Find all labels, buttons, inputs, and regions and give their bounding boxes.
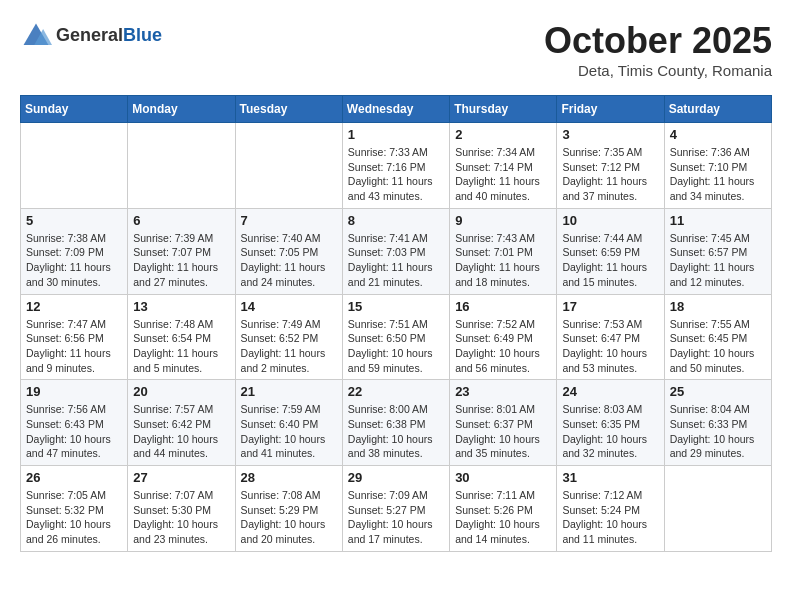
day-info: Sunrise: 7:53 AM Sunset: 6:47 PM Dayligh… bbox=[562, 317, 658, 376]
calendar-table: SundayMondayTuesdayWednesdayThursdayFrid… bbox=[20, 95, 772, 552]
day-info: Sunrise: 8:01 AM Sunset: 6:37 PM Dayligh… bbox=[455, 402, 551, 461]
day-number: 31 bbox=[562, 470, 658, 485]
day-info: Sunrise: 8:03 AM Sunset: 6:35 PM Dayligh… bbox=[562, 402, 658, 461]
day-number: 20 bbox=[133, 384, 229, 399]
calendar-cell: 4Sunrise: 7:36 AM Sunset: 7:10 PM Daylig… bbox=[664, 123, 771, 209]
day-info: Sunrise: 7:05 AM Sunset: 5:32 PM Dayligh… bbox=[26, 488, 122, 547]
day-number: 14 bbox=[241, 299, 337, 314]
calendar-cell: 3Sunrise: 7:35 AM Sunset: 7:12 PM Daylig… bbox=[557, 123, 664, 209]
title-block: October 2025 Deta, Timis County, Romania bbox=[544, 20, 772, 79]
day-info: Sunrise: 7:39 AM Sunset: 7:07 PM Dayligh… bbox=[133, 231, 229, 290]
day-number: 26 bbox=[26, 470, 122, 485]
day-info: Sunrise: 7:55 AM Sunset: 6:45 PM Dayligh… bbox=[670, 317, 766, 376]
logo-text-blue: Blue bbox=[123, 25, 162, 45]
calendar-cell: 20Sunrise: 7:57 AM Sunset: 6:42 PM Dayli… bbox=[128, 380, 235, 466]
day-number: 28 bbox=[241, 470, 337, 485]
day-info: Sunrise: 7:41 AM Sunset: 7:03 PM Dayligh… bbox=[348, 231, 444, 290]
day-number: 27 bbox=[133, 470, 229, 485]
calendar-cell: 29Sunrise: 7:09 AM Sunset: 5:27 PM Dayli… bbox=[342, 466, 449, 552]
day-info: Sunrise: 7:57 AM Sunset: 6:42 PM Dayligh… bbox=[133, 402, 229, 461]
day-number: 15 bbox=[348, 299, 444, 314]
day-number: 13 bbox=[133, 299, 229, 314]
calendar-cell: 6Sunrise: 7:39 AM Sunset: 7:07 PM Daylig… bbox=[128, 208, 235, 294]
calendar-cell: 8Sunrise: 7:41 AM Sunset: 7:03 PM Daylig… bbox=[342, 208, 449, 294]
page-header: GeneralBlue October 2025 Deta, Timis Cou… bbox=[20, 20, 772, 79]
day-number: 22 bbox=[348, 384, 444, 399]
calendar-cell bbox=[664, 466, 771, 552]
logo: GeneralBlue bbox=[20, 20, 162, 52]
calendar-cell: 31Sunrise: 7:12 AM Sunset: 5:24 PM Dayli… bbox=[557, 466, 664, 552]
calendar-cell: 24Sunrise: 8:03 AM Sunset: 6:35 PM Dayli… bbox=[557, 380, 664, 466]
calendar-cell bbox=[21, 123, 128, 209]
day-number: 16 bbox=[455, 299, 551, 314]
day-info: Sunrise: 7:36 AM Sunset: 7:10 PM Dayligh… bbox=[670, 145, 766, 204]
day-number: 10 bbox=[562, 213, 658, 228]
calendar-cell: 26Sunrise: 7:05 AM Sunset: 5:32 PM Dayli… bbox=[21, 466, 128, 552]
day-number: 2 bbox=[455, 127, 551, 142]
day-number: 29 bbox=[348, 470, 444, 485]
day-info: Sunrise: 7:49 AM Sunset: 6:52 PM Dayligh… bbox=[241, 317, 337, 376]
calendar-cell: 14Sunrise: 7:49 AM Sunset: 6:52 PM Dayli… bbox=[235, 294, 342, 380]
calendar-cell: 11Sunrise: 7:45 AM Sunset: 6:57 PM Dayli… bbox=[664, 208, 771, 294]
calendar-cell: 10Sunrise: 7:44 AM Sunset: 6:59 PM Dayli… bbox=[557, 208, 664, 294]
day-info: Sunrise: 7:38 AM Sunset: 7:09 PM Dayligh… bbox=[26, 231, 122, 290]
day-info: Sunrise: 7:09 AM Sunset: 5:27 PM Dayligh… bbox=[348, 488, 444, 547]
calendar-cell: 27Sunrise: 7:07 AM Sunset: 5:30 PM Dayli… bbox=[128, 466, 235, 552]
day-info: Sunrise: 7:34 AM Sunset: 7:14 PM Dayligh… bbox=[455, 145, 551, 204]
day-number: 11 bbox=[670, 213, 766, 228]
day-info: Sunrise: 7:07 AM Sunset: 5:30 PM Dayligh… bbox=[133, 488, 229, 547]
day-number: 25 bbox=[670, 384, 766, 399]
day-number: 17 bbox=[562, 299, 658, 314]
day-info: Sunrise: 7:48 AM Sunset: 6:54 PM Dayligh… bbox=[133, 317, 229, 376]
day-info: Sunrise: 7:45 AM Sunset: 6:57 PM Dayligh… bbox=[670, 231, 766, 290]
day-info: Sunrise: 7:35 AM Sunset: 7:12 PM Dayligh… bbox=[562, 145, 658, 204]
day-info: Sunrise: 7:56 AM Sunset: 6:43 PM Dayligh… bbox=[26, 402, 122, 461]
logo-icon bbox=[20, 20, 52, 52]
day-info: Sunrise: 7:59 AM Sunset: 6:40 PM Dayligh… bbox=[241, 402, 337, 461]
calendar-cell: 1Sunrise: 7:33 AM Sunset: 7:16 PM Daylig… bbox=[342, 123, 449, 209]
location-text: Deta, Timis County, Romania bbox=[544, 62, 772, 79]
day-info: Sunrise: 7:44 AM Sunset: 6:59 PM Dayligh… bbox=[562, 231, 658, 290]
calendar-cell: 2Sunrise: 7:34 AM Sunset: 7:14 PM Daylig… bbox=[450, 123, 557, 209]
day-info: Sunrise: 7:11 AM Sunset: 5:26 PM Dayligh… bbox=[455, 488, 551, 547]
day-info: Sunrise: 7:52 AM Sunset: 6:49 PM Dayligh… bbox=[455, 317, 551, 376]
weekday-header-wednesday: Wednesday bbox=[342, 96, 449, 123]
calendar-cell: 17Sunrise: 7:53 AM Sunset: 6:47 PM Dayli… bbox=[557, 294, 664, 380]
calendar-cell: 7Sunrise: 7:40 AM Sunset: 7:05 PM Daylig… bbox=[235, 208, 342, 294]
day-number: 4 bbox=[670, 127, 766, 142]
weekday-header-tuesday: Tuesday bbox=[235, 96, 342, 123]
day-number: 7 bbox=[241, 213, 337, 228]
day-info: Sunrise: 7:08 AM Sunset: 5:29 PM Dayligh… bbox=[241, 488, 337, 547]
calendar-cell: 22Sunrise: 8:00 AM Sunset: 6:38 PM Dayli… bbox=[342, 380, 449, 466]
weekday-header-thursday: Thursday bbox=[450, 96, 557, 123]
calendar-cell bbox=[235, 123, 342, 209]
day-info: Sunrise: 7:12 AM Sunset: 5:24 PM Dayligh… bbox=[562, 488, 658, 547]
calendar-cell: 19Sunrise: 7:56 AM Sunset: 6:43 PM Dayli… bbox=[21, 380, 128, 466]
calendar-cell: 23Sunrise: 8:01 AM Sunset: 6:37 PM Dayli… bbox=[450, 380, 557, 466]
calendar-cell: 16Sunrise: 7:52 AM Sunset: 6:49 PM Dayli… bbox=[450, 294, 557, 380]
calendar-cell: 18Sunrise: 7:55 AM Sunset: 6:45 PM Dayli… bbox=[664, 294, 771, 380]
day-number: 8 bbox=[348, 213, 444, 228]
day-info: Sunrise: 7:51 AM Sunset: 6:50 PM Dayligh… bbox=[348, 317, 444, 376]
day-number: 12 bbox=[26, 299, 122, 314]
calendar-cell: 15Sunrise: 7:51 AM Sunset: 6:50 PM Dayli… bbox=[342, 294, 449, 380]
calendar-cell: 5Sunrise: 7:38 AM Sunset: 7:09 PM Daylig… bbox=[21, 208, 128, 294]
day-number: 23 bbox=[455, 384, 551, 399]
day-number: 9 bbox=[455, 213, 551, 228]
calendar-cell: 9Sunrise: 7:43 AM Sunset: 7:01 PM Daylig… bbox=[450, 208, 557, 294]
day-info: Sunrise: 7:33 AM Sunset: 7:16 PM Dayligh… bbox=[348, 145, 444, 204]
day-info: Sunrise: 8:00 AM Sunset: 6:38 PM Dayligh… bbox=[348, 402, 444, 461]
weekday-header-friday: Friday bbox=[557, 96, 664, 123]
day-number: 21 bbox=[241, 384, 337, 399]
calendar-cell: 13Sunrise: 7:48 AM Sunset: 6:54 PM Dayli… bbox=[128, 294, 235, 380]
day-number: 30 bbox=[455, 470, 551, 485]
calendar-cell: 21Sunrise: 7:59 AM Sunset: 6:40 PM Dayli… bbox=[235, 380, 342, 466]
day-number: 19 bbox=[26, 384, 122, 399]
calendar-cell: 12Sunrise: 7:47 AM Sunset: 6:56 PM Dayli… bbox=[21, 294, 128, 380]
day-number: 24 bbox=[562, 384, 658, 399]
calendar-cell: 28Sunrise: 7:08 AM Sunset: 5:29 PM Dayli… bbox=[235, 466, 342, 552]
month-title: October 2025 bbox=[544, 20, 772, 62]
calendar-cell: 30Sunrise: 7:11 AM Sunset: 5:26 PM Dayli… bbox=[450, 466, 557, 552]
day-info: Sunrise: 8:04 AM Sunset: 6:33 PM Dayligh… bbox=[670, 402, 766, 461]
day-number: 18 bbox=[670, 299, 766, 314]
